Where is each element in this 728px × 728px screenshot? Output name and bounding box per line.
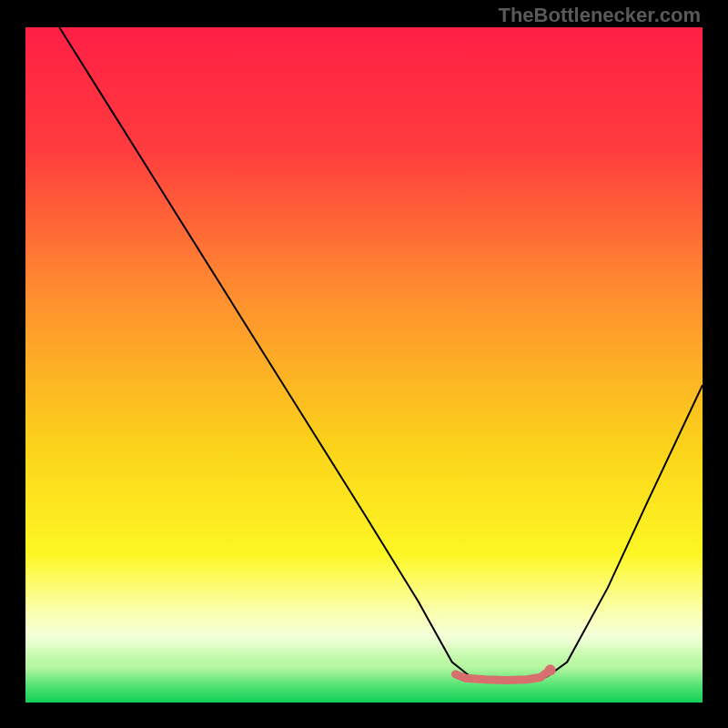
chart-frame	[0, 0, 728, 728]
watermark-text: TheBottlenecker.com	[498, 4, 701, 27]
bottleneck-curve	[59, 27, 703, 680]
valley-end-dot	[545, 664, 556, 675]
bottleneck-curve-svg	[25, 27, 703, 703]
plot-area	[25, 27, 703, 703]
flat-valley-highlight	[455, 670, 550, 680]
